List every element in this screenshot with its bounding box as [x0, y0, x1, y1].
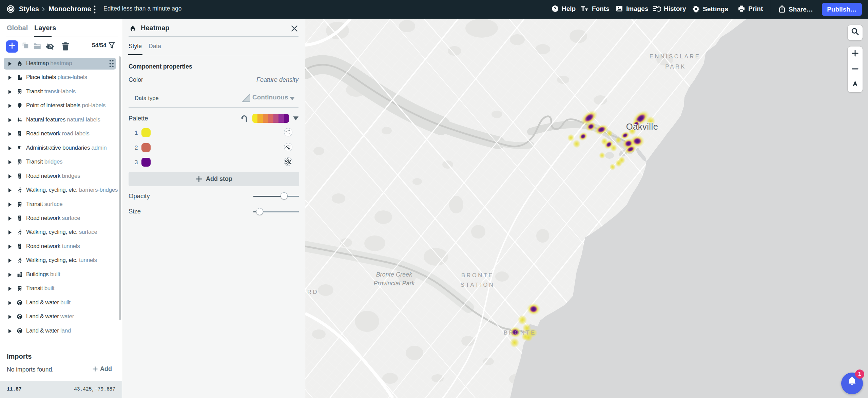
svg-text:RD: RD — [307, 289, 319, 295]
svg-text:BRONTE: BRONTE — [504, 329, 536, 336]
svg-text:Provincial Park: Provincial Park — [373, 280, 415, 287]
svg-text:BRONTE: BRONTE — [461, 272, 494, 278]
svg-text:STATION: STATION — [461, 282, 495, 288]
svg-text:Bronte Creek: Bronte Creek — [376, 271, 413, 278]
svg-text:Oakville: Oakville — [626, 122, 658, 131]
svg-text:ENNISCLARE: ENNISCLARE — [650, 53, 700, 59]
svg-text:PARK: PARK — [665, 63, 686, 70]
